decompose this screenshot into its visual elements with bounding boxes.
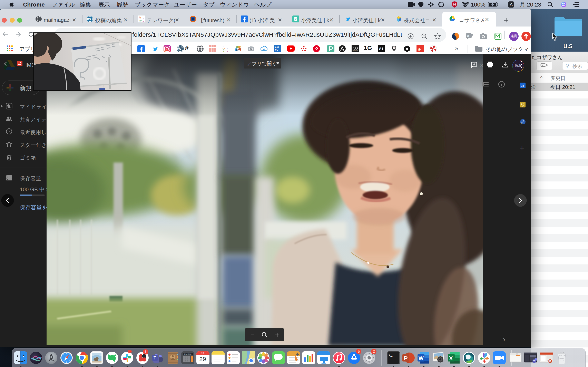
svg-text:た: た [139,16,141,19]
svg-text:T: T [154,355,156,360]
svg-text:T: T [533,360,535,363]
svg-text:X: X [449,355,453,361]
svg-text:W: W [88,17,91,21]
svg-text:た: た [222,46,225,49]
svg-text:に: に [225,49,228,52]
svg-text:31: 31 [521,84,524,87]
svg-text:し: し [141,16,144,19]
svg-text:か: か [223,49,225,52]
svg-text:W: W [178,47,181,51]
svg-text:P: P [549,360,551,363]
svg-text:29: 29 [199,356,206,362]
svg-text:W: W [419,355,424,361]
svg-text:a: a [467,34,469,38]
svg-text:iF: iF [418,47,421,51]
svg-text:に: に [141,19,144,22]
svg-text:3.141593: 3.141593 [184,353,191,355]
svg-text:81: 81 [379,47,384,51]
svg-text:P: P [404,355,408,361]
svg-text:EX: EX [275,49,278,52]
svg-text:AM: AM [275,46,279,49]
svg-text:STUDIO: STUDIO [353,50,358,52]
svg-text:6月: 6月 [201,352,204,355]
svg-text:し: し [225,46,228,49]
svg-text:>_: >_ [389,354,393,357]
